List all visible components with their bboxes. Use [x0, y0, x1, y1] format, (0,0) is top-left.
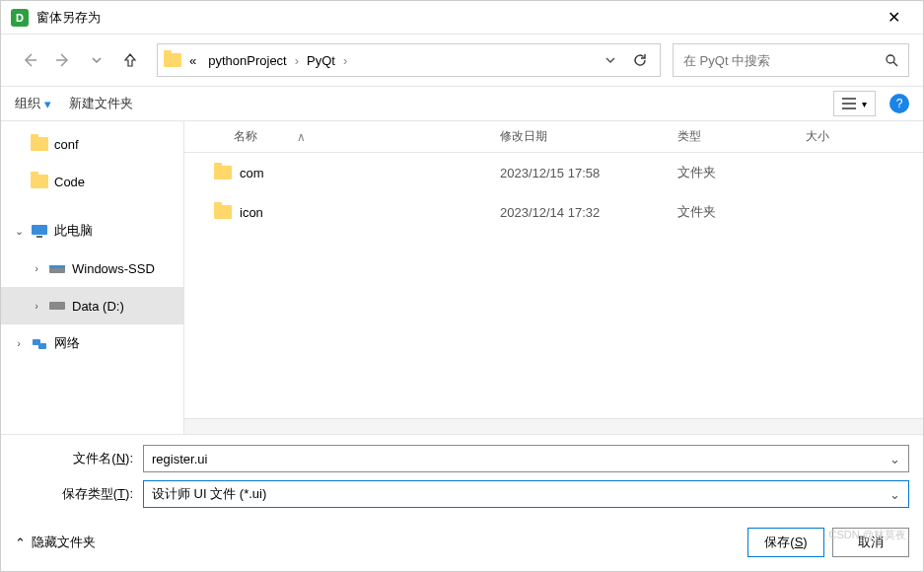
column-header: 名称 ∧ 修改日期 类型 大小	[184, 121, 923, 153]
filename-label: 文件名(N):	[15, 450, 143, 467]
file-date: 2023/12/14 17:32	[500, 205, 677, 220]
nav-row: « pythonProject › PyQt ›	[1, 35, 923, 86]
col-name[interactable]: 名称	[234, 128, 257, 145]
drive-icon	[48, 300, 66, 312]
col-size[interactable]: 大小	[806, 128, 923, 145]
titlebar: D 窗体另存为 ✕	[1, 1, 923, 35]
cancel-button[interactable]: 取消	[832, 528, 909, 557]
chevron-right-icon[interactable]: ›	[31, 300, 42, 312]
main-area: conf Code ⌄ 此电脑 › Windows-SSD › Data (D:…	[1, 121, 923, 434]
hide-folders-label: 隐藏文件夹	[32, 534, 96, 551]
tree-item-code[interactable]: Code	[1, 163, 183, 200]
view-button[interactable]: ▾	[833, 91, 876, 116]
path-bar[interactable]: « pythonProject › PyQt ›	[157, 43, 661, 77]
sort-indicator-icon: ∧	[297, 130, 306, 144]
list-view-icon	[842, 98, 856, 109]
folder-icon	[164, 53, 181, 67]
chevron-right-icon[interactable]: ›	[13, 337, 25, 349]
savetype-value: 设计师 UI 文件 (*.ui)	[152, 485, 889, 503]
tree-label: Data (D:)	[72, 299, 124, 314]
app-icon: D	[11, 9, 29, 27]
help-button[interactable]: ?	[889, 94, 909, 113]
path-prefix: «	[185, 53, 200, 68]
tree-item-this-pc[interactable]: ⌄ 此电脑	[1, 212, 183, 250]
savetype-field[interactable]: 设计师 UI 文件 (*.ui) ⌄	[143, 480, 909, 508]
tree-label: 此电脑	[54, 222, 93, 240]
folder-icon	[214, 205, 232, 219]
path-dropdown[interactable]	[599, 54, 622, 66]
window-title: 窗体另存为	[36, 9, 874, 27]
search-box[interactable]	[673, 43, 909, 77]
tree-label: 网络	[54, 334, 80, 352]
pc-icon	[31, 224, 48, 238]
content-pane: 名称 ∧ 修改日期 类型 大小 com 2023/12/15 17:58 文件夹…	[184, 121, 923, 434]
organize-label: 组织	[15, 95, 40, 112]
folder-icon	[31, 175, 48, 188]
forward-button[interactable]	[48, 45, 78, 75]
folder-icon	[31, 137, 48, 151]
back-button[interactable]	[15, 45, 44, 75]
tree-item-network[interactable]: › 网络	[1, 324, 183, 362]
file-row[interactable]: icon 2023/12/14 17:32 文件夹	[184, 192, 923, 232]
file-row[interactable]: com 2023/12/15 17:58 文件夹	[184, 153, 923, 192]
tree-label: Code	[54, 175, 85, 189]
up-button[interactable]	[115, 45, 145, 75]
drive-icon	[48, 261, 66, 275]
network-icon	[31, 336, 48, 350]
horizontal-scrollbar[interactable]	[184, 418, 923, 434]
chevron-down-icon: ▾	[862, 99, 867, 109]
path-segment-0[interactable]: pythonProject	[204, 53, 291, 68]
close-button[interactable]: ✕	[874, 1, 913, 35]
organize-button[interactable]: 组织 ▾	[15, 95, 51, 112]
path-segment-1[interactable]: PyQt	[303, 53, 339, 68]
svg-rect-2	[36, 236, 42, 238]
file-date: 2023/12/15 17:58	[500, 166, 677, 180]
chevron-down-icon: ▾	[44, 97, 51, 111]
toolbar: 组织 ▾ 新建文件夹 ▾ ?	[1, 86, 923, 121]
file-type: 文件夹	[677, 203, 806, 221]
new-folder-button[interactable]: 新建文件夹	[69, 95, 133, 112]
chevron-right-icon: ›	[343, 53, 347, 68]
file-type: 文件夹	[677, 164, 806, 181]
recent-dropdown[interactable]	[82, 45, 111, 75]
folder-icon	[214, 166, 232, 179]
save-button[interactable]: 保存(S)	[747, 528, 824, 557]
refresh-button[interactable]	[626, 52, 654, 68]
file-list: com 2023/12/15 17:58 文件夹 icon 2023/12/14…	[184, 153, 923, 418]
filename-input[interactable]	[152, 452, 889, 466]
chevron-up-icon: ⌃	[15, 536, 26, 550]
search-icon[interactable]	[885, 53, 898, 67]
svg-rect-4	[49, 265, 65, 268]
form-area: 文件名(N): ⌄ 保存类型(T): 设计师 UI 文件 (*.ui) ⌄	[1, 434, 923, 520]
search-input[interactable]	[683, 53, 885, 68]
hide-folders-toggle[interactable]: ⌃ 隐藏文件夹	[15, 534, 96, 551]
footer: ⌃ 隐藏文件夹 保存(S) 取消	[1, 520, 923, 571]
file-name: icon	[240, 205, 263, 220]
svg-rect-1	[32, 225, 47, 235]
sidebar: conf Code ⌄ 此电脑 › Windows-SSD › Data (D:…	[1, 121, 184, 434]
tree-item-conf[interactable]: conf	[1, 125, 183, 163]
new-folder-label: 新建文件夹	[69, 95, 133, 112]
svg-point-0	[887, 55, 894, 63]
tree-item-windows-ssd[interactable]: › Windows-SSD	[1, 250, 183, 287]
filename-field[interactable]: ⌄	[143, 445, 909, 472]
chevron-down-icon[interactable]: ⌄	[13, 225, 25, 238]
chevron-down-icon[interactable]: ⌄	[889, 452, 900, 466]
savetype-label: 保存类型(T):	[15, 485, 143, 503]
file-name: com	[240, 166, 264, 180]
tree-item-data-d[interactable]: › Data (D:)	[1, 287, 183, 324]
tree-label: Windows-SSD	[72, 261, 155, 276]
svg-rect-5	[49, 302, 65, 310]
col-type[interactable]: 类型	[677, 128, 806, 145]
tree-label: conf	[54, 137, 79, 152]
svg-rect-7	[38, 343, 46, 349]
chevron-down-icon[interactable]: ⌄	[889, 487, 900, 502]
col-date[interactable]: 修改日期	[500, 128, 677, 145]
chevron-right-icon: ›	[295, 53, 299, 68]
chevron-right-icon[interactable]: ›	[31, 262, 42, 274]
